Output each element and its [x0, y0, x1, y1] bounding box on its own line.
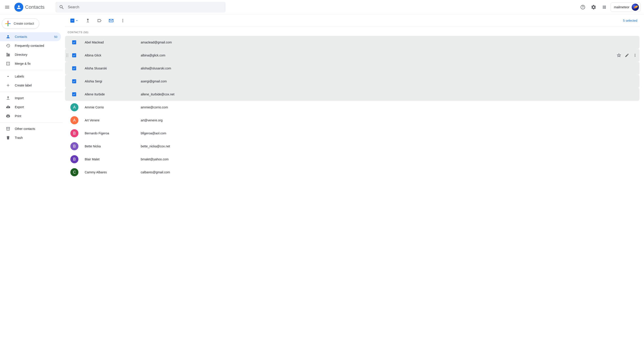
merge-fix-icon [6, 61, 10, 66]
email-icon [108, 18, 114, 23]
sidebar-item-other-contacts[interactable]: Other contacts [0, 124, 61, 133]
main-menu-button[interactable] [2, 2, 12, 12]
label-icon [97, 18, 102, 23]
contact-row[interactable]: BBlair Maletbmalet@yahoo.com [65, 153, 640, 166]
search-input[interactable] [68, 5, 222, 9]
selection-toolbar: 5 selected [65, 14, 640, 27]
contact-row[interactable]: Alisha Slusarskialisha@slusarski.com [65, 62, 640, 75]
app-header: Contacts mailmeteor [0, 0, 644, 14]
trash-icon [6, 135, 10, 140]
contact-row[interactable]: BBernardo Figeroabfigeroa@aol.com [65, 127, 640, 140]
sidebar-item-count: 50 [54, 35, 57, 38]
account-chip[interactable]: mailmeteor [610, 2, 640, 12]
contact-row[interactable]: Albina Glickalbina@glick.com [65, 49, 640, 62]
create-contact-label: Create contact [14, 22, 34, 25]
row-checkbox-checked-icon[interactable] [72, 79, 76, 83]
contact-avatar[interactable]: B [70, 142, 78, 150]
sidebar-item-label: Import [15, 96, 57, 100]
sidebar-item-contacts[interactable]: Contacts50 [0, 32, 61, 41]
contact-avatar[interactable]: B [70, 129, 78, 137]
email-button[interactable] [108, 18, 114, 23]
sidebar-item-label: Directory [15, 53, 57, 56]
sidebar-item-print[interactable]: Print [0, 111, 61, 120]
content-area: 5 selected CONTACTS (50) Abel Macleadama… [63, 14, 644, 340]
contacts-section-header: CONTACTS (50) [65, 27, 640, 36]
contact-row[interactable]: Abel Macleadamaclead@gmail.com [65, 36, 640, 49]
plus-icon [5, 21, 10, 26]
sidebar-item-label: Other contacts [15, 127, 57, 131]
labels-toggle[interactable]: Labels [0, 72, 61, 81]
upload-icon [6, 96, 10, 100]
merge-icon [85, 18, 90, 23]
contact-name: Blair Malet [85, 157, 141, 161]
apps-button[interactable] [600, 3, 609, 12]
drag-handle-icon[interactable] [66, 53, 68, 57]
create-contact-button[interactable]: Create contact [2, 18, 39, 29]
contact-name: Alisha Slusarski [85, 66, 141, 70]
row-checkbox-checked-icon[interactable] [72, 53, 76, 57]
pencil-icon [625, 53, 629, 57]
sidebar-item-label: Export [15, 105, 57, 109]
account-avatar-icon [632, 3, 639, 11]
star-button[interactable] [617, 53, 621, 57]
account-label: mailmeteor [614, 5, 630, 9]
archive-icon [6, 127, 10, 131]
selection-count-text: 5 selected [623, 19, 637, 22]
search-icon [59, 4, 64, 10]
add-icon [6, 83, 10, 88]
contact-avatar[interactable]: A [70, 103, 78, 111]
help-button[interactable] [578, 3, 587, 12]
contact-row[interactable]: AArt Venereart@venere.org [65, 114, 640, 127]
contact-row[interactable]: Alishia Sergiasergi@gmail.com [65, 75, 640, 88]
header-actions: mailmeteor [578, 2, 640, 12]
svg-point-7 [68, 54, 68, 54]
contact-email: ammie@corrio.com [141, 105, 168, 109]
contact-email: bfigeroa@aol.com [141, 131, 166, 135]
svg-point-11 [68, 56, 68, 57]
contact-name: Bette Nicka [85, 144, 141, 148]
contact-row[interactable]: BBette Nickabette_nicka@cox.net [65, 140, 640, 153]
sidebar-item-import[interactable]: Import [0, 94, 61, 103]
star-outline-icon [617, 53, 621, 57]
more-vert-icon [633, 53, 637, 57]
more-vert-icon [120, 18, 125, 23]
contact-row[interactable]: AAmmie Corrioammie@corrio.com [65, 101, 640, 114]
row-hover-actions [617, 53, 637, 57]
svg-point-8 [66, 55, 67, 56]
contact-avatar[interactable]: B [70, 155, 78, 163]
contact-row[interactable]: Allene Iturbideallene_iturbide@cox.net [65, 88, 640, 101]
sidebar-item-trash[interactable]: Trash [0, 133, 61, 142]
row-checkbox-checked-icon[interactable] [72, 66, 76, 70]
row-more-button[interactable] [633, 53, 637, 57]
sidebar-item-merge-fix[interactable]: Merge & fix [0, 59, 61, 68]
contact-name: Art Venere [85, 118, 141, 122]
sidebar-item-export[interactable]: Export [0, 103, 61, 111]
sidebar-item-frequently-contacted[interactable]: Frequently contacted [0, 41, 61, 50]
selection-toggle[interactable] [70, 18, 79, 23]
edit-button[interactable] [625, 53, 629, 57]
merge-button[interactable] [85, 18, 90, 23]
search-bar[interactable] [55, 2, 226, 12]
svg-point-9 [68, 55, 68, 56]
label-button[interactable] [97, 18, 102, 23]
settings-button[interactable] [589, 3, 598, 12]
person-icon [6, 34, 10, 39]
contact-name: Abel Maclead [85, 40, 141, 44]
more-actions-button[interactable] [120, 18, 126, 23]
contact-avatar[interactable]: C [70, 168, 78, 176]
contact-row[interactable]: CCammy Albarescalbares@gmail.com [65, 166, 640, 179]
dropdown-arrow-icon [75, 18, 79, 23]
row-checkbox-checked-icon[interactable] [72, 40, 76, 44]
contact-name: Allene Iturbide [85, 92, 141, 96]
create-label-button[interactable]: Create label [0, 81, 61, 90]
contact-avatar[interactable]: A [70, 116, 78, 124]
contacts-logo-icon [14, 3, 23, 12]
sidebar-item-label: Contacts [15, 35, 50, 38]
row-checkbox-checked-icon[interactable] [72, 92, 76, 96]
sidebar-item-label: Trash [15, 136, 57, 140]
sidebar: Create contact Contacts50Frequently cont… [0, 14, 63, 340]
hamburger-icon [4, 4, 10, 10]
contact-name: Ammie Corrio [85, 105, 141, 109]
chevron-up-icon [6, 74, 10, 79]
sidebar-item-directory[interactable]: Directory [0, 50, 61, 59]
